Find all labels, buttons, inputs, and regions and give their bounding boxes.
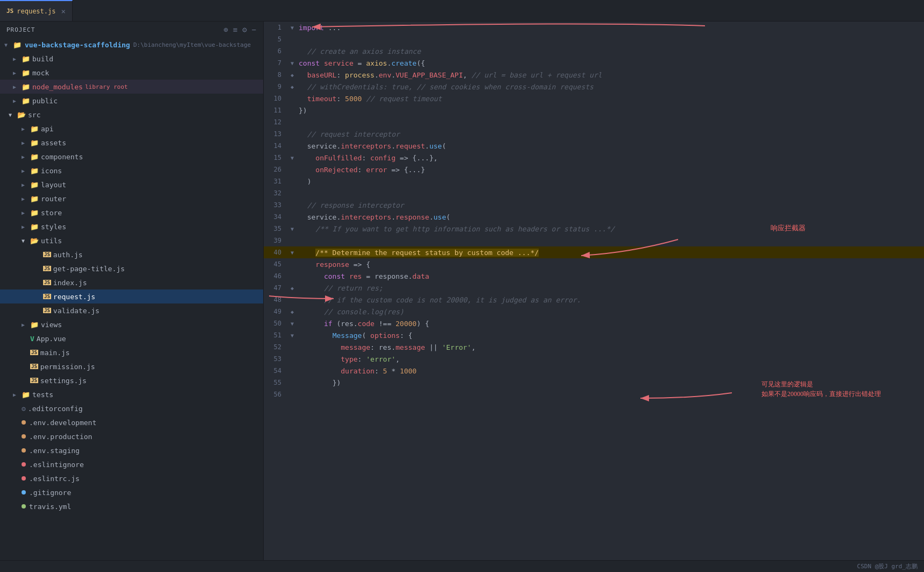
sidebar-item-index-js[interactable]: JS index.js xyxy=(0,276,263,289)
label-layout: layout xyxy=(41,181,66,189)
sidebar-item-app-vue[interactable]: V App.vue xyxy=(0,331,263,345)
line-num-47: 47 xyxy=(264,284,288,292)
label-permission-js: permission.js xyxy=(40,363,95,371)
line-code-11: }) xyxy=(297,107,924,115)
label-src: src xyxy=(28,111,40,119)
sidebar-header: Project ⊕ ≡ ⚙ − xyxy=(0,22,263,38)
sidebar-item-styles[interactable]: ▶ 📁 styles xyxy=(0,220,263,234)
sidebar-item-utils[interactable]: ▼ 📂 utils xyxy=(0,234,263,248)
settings-icon[interactable]: ⚙ xyxy=(242,25,247,34)
sidebar-item-request-js[interactable]: JS request.js xyxy=(0,289,263,303)
fold-35[interactable]: ▼ xyxy=(288,226,297,232)
fold-15[interactable]: ▼ xyxy=(288,155,297,161)
line-num-54: 54 xyxy=(264,367,288,375)
code-line-12: 12 xyxy=(264,116,924,128)
sidebar-item-env-prod[interactable]: .env.production xyxy=(0,429,263,443)
sidebar-item-eslintrc[interactable]: .eslintrc.js xyxy=(0,471,263,485)
sidebar-item-assets[interactable]: ▶ 📁 assets xyxy=(0,136,263,150)
sidebar-item-components[interactable]: ▶ 📁 components xyxy=(0,150,263,164)
folder-icon-icons: 📁 xyxy=(30,167,39,175)
project-root[interactable]: ▼ 📁 vue-backstage-scaffolding D:\bianche… xyxy=(0,38,263,52)
gear-icon-ec: ⚙ xyxy=(22,405,26,413)
dot-env-dev xyxy=(22,420,26,425)
arrow-src: ▼ xyxy=(9,112,17,118)
sidebar-item-store[interactable]: ▶ 📁 store xyxy=(0,206,263,220)
line-code-35: /** If you want to get http information … xyxy=(297,225,924,233)
sidebar-item-node-modules[interactable]: ▶ 📁 node_modules library root xyxy=(0,80,263,94)
folder-icon-components: 📁 xyxy=(30,153,39,161)
dot-eslintignore xyxy=(22,462,26,467)
sidebar-item-icons[interactable]: ▶ 📁 icons xyxy=(0,164,263,178)
sidebar-item-eslintignore[interactable]: .eslintignore xyxy=(0,457,263,471)
label-app-vue: App.vue xyxy=(37,335,66,343)
status-bar: CSDN @股J grd_志鹏 xyxy=(0,560,924,572)
sidebar-item-main-js[interactable]: JS main.js xyxy=(0,345,263,359)
code-line-49: 49 ◆ // console.log(res) xyxy=(264,306,924,317)
code-line-48: 48 // if the custom code is not 20000, i… xyxy=(264,294,924,306)
line-num-56: 56 xyxy=(264,391,288,398)
code-line-50: 50 ▼ if (res.code !== 20000) { xyxy=(264,317,924,329)
line-code-8: baseURL: process.env.VUE_APP_BASE_API, /… xyxy=(297,71,924,79)
sidebar-item-src[interactable]: ▼ 📂 src xyxy=(0,108,263,122)
code-line-7: 7 ▼ const service = axios.create({ xyxy=(264,57,924,69)
sidebar-item-get-page-title-js[interactable]: JS get-page-title.js xyxy=(0,262,263,276)
tab-close-button[interactable]: × xyxy=(61,7,66,16)
tab-request-js[interactable]: JS request.js × xyxy=(0,0,73,21)
sidebar-item-permission-js[interactable]: JS permission.js xyxy=(0,359,263,373)
line-num-15: 15 xyxy=(264,154,288,161)
line-num-9: 9 xyxy=(264,83,288,90)
fold-1[interactable]: ▼ xyxy=(288,25,297,31)
label-gitignore: .gitignore xyxy=(29,489,71,497)
sidebar-item-api[interactable]: ▶ 📁 api xyxy=(0,122,263,136)
sidebar-item-build[interactable]: ▶ 📁 build xyxy=(0,52,263,66)
line-num-14: 14 xyxy=(264,142,288,150)
label-router: router xyxy=(41,195,66,203)
fold-7[interactable]: ▼ xyxy=(288,60,297,66)
sidebar-item-validate-js[interactable]: JS validate.js xyxy=(0,303,263,317)
fold-50[interactable]: ▼ xyxy=(288,321,297,327)
fold-9: ◆ xyxy=(288,84,297,90)
sidebar-item-views[interactable]: ▶ 📁 views xyxy=(0,317,263,331)
line-num-45: 45 xyxy=(264,260,288,268)
sidebar-item-layout[interactable]: ▶ 📁 layout xyxy=(0,178,263,192)
line-code-55: }) xyxy=(297,379,924,387)
line-num-46: 46 xyxy=(264,272,288,280)
sidebar-item-editorconfig[interactable]: ⚙ .editorconfig xyxy=(0,401,263,415)
fold-40[interactable]: ▼ xyxy=(288,250,297,256)
line-code-49: // console.log(res) xyxy=(297,308,924,316)
sidebar-item-env-dev[interactable]: .env.development xyxy=(0,415,263,429)
folder-icon-mock: 📁 xyxy=(22,69,30,77)
minimize-icon[interactable]: − xyxy=(252,25,257,34)
code-editor[interactable]: 1 ▼ import ... 5 6 // create an axios in… xyxy=(264,22,924,560)
sidebar-item-settings-js[interactable]: JS settings.js xyxy=(0,373,263,387)
code-line-55: 55 }) xyxy=(264,377,924,389)
code-line-5: 5 xyxy=(264,33,924,45)
code-line-9: 9 ◆ // withCredentials: true, // send co… xyxy=(264,81,924,93)
line-code-45: response => { xyxy=(297,260,924,269)
sidebar-item-travis[interactable]: travis.yml xyxy=(0,499,263,513)
collapse-icon[interactable]: ≡ xyxy=(233,25,238,34)
sidebar-item-env-staging[interactable]: .env.staging xyxy=(0,443,263,457)
line-code-50: if (res.code !== 20000) { xyxy=(297,320,924,328)
vue-icon-app: V xyxy=(30,335,34,343)
label-env-dev: .env.development xyxy=(29,419,96,427)
code-line-31: 31 ) xyxy=(264,175,924,187)
sidebar-item-auth-js[interactable]: JS auth.js xyxy=(0,248,263,262)
line-num-55: 55 xyxy=(264,379,288,386)
sidebar-item-mock[interactable]: ▶ 📁 mock xyxy=(0,66,263,80)
sidebar-item-gitignore[interactable]: .gitignore xyxy=(0,485,263,499)
arrow-api: ▶ xyxy=(22,126,30,132)
fold-51[interactable]: ▼ xyxy=(288,333,297,338)
sidebar-item-public[interactable]: ▶ 📁 public xyxy=(0,94,263,108)
code-line-54: 54 duration: 5 * 1000 xyxy=(264,365,924,377)
line-code-31: ) xyxy=(297,178,924,186)
label-icons: icons xyxy=(41,167,62,175)
line-code-51: Message( options: { xyxy=(297,331,924,340)
expand-icon[interactable]: ⊕ xyxy=(223,25,228,34)
code-line-11: 11 }) xyxy=(264,104,924,116)
label-components: components xyxy=(41,153,83,161)
sidebar-item-tests[interactable]: ▶ 📁 tests xyxy=(0,387,263,401)
sidebar-item-router[interactable]: ▶ 📁 router xyxy=(0,192,263,206)
label-styles: styles xyxy=(41,223,66,231)
code-line-46: 46 const res = response.data xyxy=(264,270,924,282)
